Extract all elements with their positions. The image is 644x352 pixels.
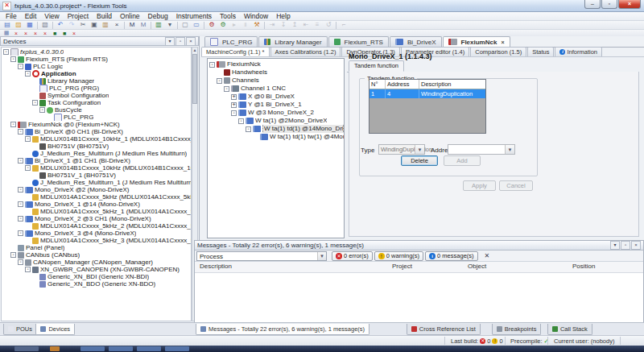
config-tree-item[interactable]: +Y @1 Bi_DriveX_1	[208, 101, 344, 109]
reset-icon[interactable]: ↺	[324, 21, 333, 29]
generate-icon[interactable]: ⚙	[218, 21, 228, 29]
collapse-icon[interactable]: -	[231, 110, 237, 116]
device-tree-item[interactable]: -Mono_DriveX_2 @3 CH1 (Mono-DriveX)	[2, 215, 191, 222]
config-tree-item[interactable]: -Channels	[208, 77, 344, 85]
messages-dropdown-icon[interactable]: ▾	[610, 241, 620, 250]
collapse-icon[interactable]: -	[10, 122, 16, 127]
menu-view[interactable]: View	[40, 12, 63, 20]
step-out-icon[interactable]: ↥	[290, 21, 299, 29]
config-tree-item[interactable]: -W @3 Mono_DriveX_2	[208, 109, 344, 117]
menu-edit[interactable]: Edit	[21, 12, 41, 20]
collapse-icon[interactable]: -	[209, 62, 215, 68]
doc-tab-flexium-rts[interactable]: Flexium_RTS	[328, 36, 389, 47]
collapse-icon[interactable]: -	[10, 252, 16, 258]
step-over-icon[interactable]: ⇥	[267, 21, 277, 29]
device-tree-item[interactable]: MDLUX014A1Cxxxx_5kHz_2 (MDLUX014A1Cxxxx_…	[2, 222, 191, 230]
errors-filter-button[interactable]: ✕ 0 error(s)	[332, 251, 373, 261]
stop-disabled-icon[interactable]: ×	[41, 30, 49, 36]
find-icon[interactable]: M	[127, 21, 137, 29]
doc-tab-plc-prg[interactable]: PLC_PRG	[204, 36, 258, 47]
collapse-icon[interactable]: -	[18, 230, 23, 236]
config-tree-item[interactable]: Handwheels	[208, 68, 344, 77]
device-tree-item[interactable]: -PLC Logic	[2, 63, 191, 70]
device-tree-item[interactable]: -Mono_DriveX_1 @14 (Mono-DriveX)	[2, 201, 191, 208]
device-tree-item[interactable]: MDLUX014A1Cxxxx_5kHz (MDLUX014A1Cxxxx_5k…	[2, 193, 191, 201]
devices-close-icon[interactable]: ×	[186, 37, 196, 46]
menu-build[interactable]: Build	[93, 12, 116, 20]
collapse-icon[interactable]: -	[10, 56, 16, 62]
device-tree-item[interactable]: -Bi_DriveX @0 CH1 (Bi-DriveX)	[2, 128, 191, 135]
panel-tab-call-stack[interactable]: Call Stack	[547, 324, 592, 335]
menu-help[interactable]: Help	[272, 12, 294, 20]
expand-icon[interactable]: +	[231, 94, 237, 100]
collapse-icon[interactable]: -	[18, 216, 23, 222]
open-icon[interactable]: ▨	[14, 21, 23, 29]
menu-window[interactable]: Window	[240, 12, 272, 20]
device-tree-item[interactable]: -CANbus (CANbus)	[2, 251, 191, 259]
collapse-icon[interactable]: -	[18, 259, 23, 265]
view-tab-devices[interactable]: Devices	[35, 324, 75, 335]
collapse-icon[interactable]: -	[3, 49, 9, 55]
collapse-icon[interactable]: -	[246, 126, 251, 132]
device-tree-item[interactable]: -Task Configuration	[2, 99, 191, 106]
device-tree-item[interactable]: Library Manager	[2, 77, 191, 85]
device-tree-item[interactable]: Generic_XN_BDO (Generic XN-BDO)	[2, 280, 191, 288]
doc-tab-flexiumnck[interactable]: FlexiumNck×	[443, 36, 510, 47]
redo-icon[interactable]: ↷	[67, 21, 76, 29]
toggle-breakpoint-icon[interactable]: ≡	[312, 21, 322, 29]
device-tree-item[interactable]: -XN_GWBR_CANOPEN (XN-GWBR-CANOPEN)	[2, 266, 191, 273]
close-button[interactable]: ×	[618, 0, 641, 9]
print-icon[interactable]: ▧	[40, 21, 50, 29]
device-tree-item[interactable]: BH0751V (BH0751V)	[2, 143, 191, 150]
menu-tools[interactable]: Tools	[216, 12, 240, 20]
device-tree-item[interactable]: BH0751V_1 (BH0751V)	[2, 172, 191, 179]
play-icon[interactable]: ▸	[229, 21, 239, 29]
collapse-icon[interactable]: -	[224, 86, 229, 92]
menu-instruments[interactable]: Instruments	[172, 12, 216, 20]
compile-icon[interactable]: ⚙	[207, 21, 217, 29]
axes-disabled-icon[interactable]: ×	[70, 30, 78, 36]
clear-messages-icon[interactable]: ✕	[485, 252, 490, 259]
collapse-icon[interactable]: -	[39, 107, 45, 113]
cancel-button[interactable]: Cancel	[499, 180, 533, 191]
menu-file[interactable]: File	[2, 12, 21, 20]
device-tree-item[interactable]: Symbol Configuration	[2, 92, 191, 99]
box-icon[interactable]: ▢	[180, 21, 190, 29]
collapse-icon[interactable]: -	[25, 267, 31, 272]
step-into-icon[interactable]: ↧	[279, 21, 288, 29]
device-tree-item[interactable]: -BusCycle	[2, 106, 191, 114]
start-disabled-icon[interactable]: ×	[31, 30, 39, 36]
messages-pin-icon[interactable]: ▫	[621, 241, 630, 250]
panel-tab-messages-totally-22-erro[interactable]: Messages - Totally 22 error(s), 6 warnin…	[196, 324, 369, 335]
sub-tab-axes-calibrations-1-2-[interactable]: Axes Calibrations (1.2)	[270, 47, 341, 56]
config-tree-item[interactable]: -W ta(1) @2Mono_DriveX	[208, 117, 344, 125]
delete-icon[interactable]: ×	[112, 21, 122, 29]
config-tree-item[interactable]: -Channel 1 CNC	[208, 85, 344, 93]
online-grid-icon[interactable]: ▦	[2, 30, 10, 36]
nck-offline-icon[interactable]: ■	[60, 30, 68, 36]
run-to-cursor-icon[interactable]: ⇤	[301, 21, 311, 29]
device-icon[interactable]: ▭	[192, 21, 201, 29]
tandem-table[interactable]: N°AddressDescription14WindingDuplication	[369, 79, 486, 134]
device-tree-item[interactable]: PLC_PRG (PRG)	[2, 85, 191, 92]
messages-list[interactable]	[195, 273, 643, 322]
device-tree-item[interactable]: MDLUX014A1Cxxxx_5kHz_3 (MDLUX014A1Cxxxx_…	[2, 237, 191, 244]
device-tree-item[interactable]: J_Medium_Res_Multiturn (J Medium Res Mul…	[2, 150, 191, 157]
message-filter-combobox[interactable]: Process▼	[196, 251, 327, 261]
maximize-button[interactable]: ▫	[601, 0, 617, 9]
collapse-icon[interactable]: -	[18, 64, 23, 69]
device-tree-item[interactable]: -Mono_DriveX_3 @4 (Mono-DriveX)	[2, 230, 191, 237]
cut-icon[interactable]: ✂	[78, 21, 88, 29]
device-tree-item[interactable]: -Application	[2, 70, 191, 77]
nck-online-icon[interactable]: ■	[51, 30, 59, 36]
device-tree-item[interactable]: -MDLUX014B1Cxxxx_10kHz_1 (MDLUX014B1Cxxx…	[2, 135, 191, 143]
collapse-icon[interactable]: -	[25, 71, 31, 77]
sub-tab-machineconfig-1-1-[interactable]: MachineConfig (1.1) *	[201, 47, 270, 56]
tab-tandem-function[interactable]: Tandem function	[349, 60, 404, 72]
panel-tab-breakpoints[interactable]: Breakpoints	[492, 324, 542, 335]
collapse-icon[interactable]: -	[18, 201, 23, 207]
devices-pin-icon[interactable]: ▫	[175, 37, 185, 46]
collapse-icon[interactable]: -	[18, 129, 23, 135]
find-next-icon[interactable]: M	[138, 21, 148, 29]
delete-button[interactable]: Delete	[401, 155, 438, 166]
